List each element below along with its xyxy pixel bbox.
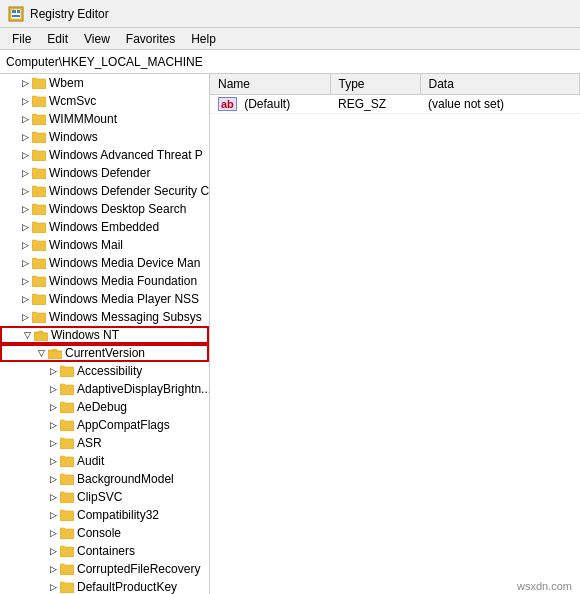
- watermark: wsxdn.com: [517, 580, 572, 592]
- reg-name-cell: ab (Default): [210, 94, 330, 113]
- tree-item-win-mail[interactable]: ▷ Windows Mail: [0, 236, 209, 254]
- tree-item-win-nt[interactable]: ▽ Windows NT: [0, 326, 209, 344]
- folder-icon: [60, 526, 74, 540]
- tree-item-win-desktop-search[interactable]: ▷ Windows Desktop Search: [0, 200, 209, 218]
- tree-label: AeDebug: [77, 400, 127, 414]
- tree-item-windows[interactable]: ▷ Windows: [0, 128, 209, 146]
- reg-name: (Default): [244, 97, 290, 111]
- registry-table: Name Type Data ab (Default) REG_SZ (valu…: [210, 74, 580, 114]
- tree-item-defaultproductkey[interactable]: ▷ DefaultProductKey: [0, 578, 209, 594]
- tree-label: Audit: [77, 454, 104, 468]
- tree-item-wcmsvc[interactable]: ▷ WcmSvc: [0, 92, 209, 110]
- tree-item-win-defender-sec[interactable]: ▷ Windows Defender Security C: [0, 182, 209, 200]
- reg-type: REG_SZ: [330, 94, 420, 113]
- tree-item-wbem[interactable]: ▷ Wbem: [0, 74, 209, 92]
- menu-view[interactable]: View: [76, 30, 118, 48]
- tree-label: WIMMMount: [49, 112, 117, 126]
- folder-icon: [60, 544, 74, 558]
- expand-arrow: ▷: [46, 526, 60, 540]
- tree-item-win-embedded[interactable]: ▷ Windows Embedded: [0, 218, 209, 236]
- svg-rect-4: [12, 15, 20, 17]
- menu-edit[interactable]: Edit: [39, 30, 76, 48]
- expand-arrow: ▷: [46, 472, 60, 486]
- col-type[interactable]: Type: [330, 74, 420, 94]
- tree-item-wimmount[interactable]: ▷ WIMMMount: [0, 110, 209, 128]
- expand-arrow: ▷: [46, 508, 60, 522]
- reg-data: (value not set): [420, 94, 580, 113]
- folder-icon: [60, 454, 74, 468]
- tree-label: Windows Media Player NSS: [49, 292, 199, 306]
- folder-icon: [32, 310, 46, 324]
- tree-item-containers[interactable]: ▷ Containers: [0, 542, 209, 560]
- tree-item-win-atp[interactable]: ▷ Windows Advanced Threat P: [0, 146, 209, 164]
- title-bar-text: Registry Editor: [30, 7, 109, 21]
- tree-panel[interactable]: ▷ Wbem ▷ WcmSvc ▷ WIMMMount ▷: [0, 74, 210, 594]
- tree-item-win-media-player[interactable]: ▷ Windows Media Player NSS: [0, 290, 209, 308]
- tree-item-adaptive-brightness[interactable]: ▷ AdaptiveDisplayBrightn...: [0, 380, 209, 398]
- tree-item-accessibility[interactable]: ▷ Accessibility: [0, 362, 209, 380]
- tree-label: Windows Mail: [49, 238, 123, 252]
- folder-icon: [32, 112, 46, 126]
- folder-icon: [32, 148, 46, 162]
- tree-label: AdaptiveDisplayBrightn...: [77, 382, 210, 396]
- table-row[interactable]: ab (Default) REG_SZ (value not set): [210, 94, 580, 113]
- tree-label: Windows Defender Security C: [49, 184, 209, 198]
- tree-item-clipsvc[interactable]: ▷ ClipSVC: [0, 488, 209, 506]
- expand-arrow: ▷: [18, 76, 32, 90]
- tree-item-audit[interactable]: ▷ Audit: [0, 452, 209, 470]
- tree-label: ASR: [77, 436, 102, 450]
- tree-item-asr[interactable]: ▷ ASR: [0, 434, 209, 452]
- tree-item-win-media-foundation[interactable]: ▷ Windows Media Foundation: [0, 272, 209, 290]
- tree-item-win-media-device[interactable]: ▷ Windows Media Device Man: [0, 254, 209, 272]
- expand-arrow: ▷: [46, 436, 60, 450]
- expand-arrow: ▷: [46, 418, 60, 432]
- expand-arrow: ▽: [20, 328, 34, 342]
- expand-arrow: ▷: [18, 220, 32, 234]
- folder-icon: [32, 238, 46, 252]
- folder-icon: [32, 292, 46, 306]
- svg-rect-2: [12, 10, 16, 13]
- tree-label: Compatibility32: [77, 508, 159, 522]
- tree-item-corruptedfilerecovery[interactable]: ▷ CorruptedFileRecovery: [0, 560, 209, 578]
- menu-help[interactable]: Help: [183, 30, 224, 48]
- tree-label: Windows Embedded: [49, 220, 159, 234]
- folder-icon: [60, 580, 74, 594]
- expand-arrow: ▷: [18, 274, 32, 288]
- tree-item-appcompatflags[interactable]: ▷ AppCompatFlags: [0, 416, 209, 434]
- menu-favorites[interactable]: Favorites: [118, 30, 183, 48]
- menu-file[interactable]: File: [4, 30, 39, 48]
- col-name[interactable]: Name: [210, 74, 330, 94]
- tree-label: CorruptedFileRecovery: [77, 562, 200, 576]
- folder-icon: [32, 76, 46, 90]
- tree-item-win-defender[interactable]: ▷ Windows Defender: [0, 164, 209, 182]
- expand-arrow: ▷: [46, 544, 60, 558]
- tree-label: Console: [77, 526, 121, 540]
- tree-item-aedebug[interactable]: ▷ AeDebug: [0, 398, 209, 416]
- expand-arrow: ▷: [18, 94, 32, 108]
- tree-label: Windows Advanced Threat P: [49, 148, 203, 162]
- expand-arrow: ▷: [18, 202, 32, 216]
- col-data[interactable]: Data: [420, 74, 580, 94]
- tree-item-console[interactable]: ▷ Console: [0, 524, 209, 542]
- folder-icon: [60, 508, 74, 522]
- tree-item-backgroundmodel[interactable]: ▷ BackgroundModel: [0, 470, 209, 488]
- folder-icon: [60, 400, 74, 414]
- tree-label: Windows Media Device Man: [49, 256, 200, 270]
- tree-item-win-messaging[interactable]: ▷ Windows Messaging Subsys: [0, 308, 209, 326]
- expand-arrow: ▷: [18, 148, 32, 162]
- folder-icon: [32, 274, 46, 288]
- tree-label: ClipSVC: [77, 490, 122, 504]
- tree-label: DefaultProductKey: [77, 580, 177, 594]
- expand-arrow: ▽: [34, 346, 48, 360]
- expand-arrow: ▷: [18, 256, 32, 270]
- tree-label: BackgroundModel: [77, 472, 174, 486]
- tree-label: Windows Messaging Subsys: [49, 310, 202, 324]
- tree-item-compatibility32[interactable]: ▷ Compatibility32: [0, 506, 209, 524]
- folder-icon: [60, 382, 74, 396]
- expand-arrow: ▷: [46, 454, 60, 468]
- tree-label: Windows NT: [51, 328, 119, 342]
- tree-label: Windows Desktop Search: [49, 202, 186, 216]
- tree-label: Windows Defender: [49, 166, 150, 180]
- folder-icon: [60, 472, 74, 486]
- tree-item-currentversion[interactable]: ▽ CurrentVersion: [0, 344, 209, 362]
